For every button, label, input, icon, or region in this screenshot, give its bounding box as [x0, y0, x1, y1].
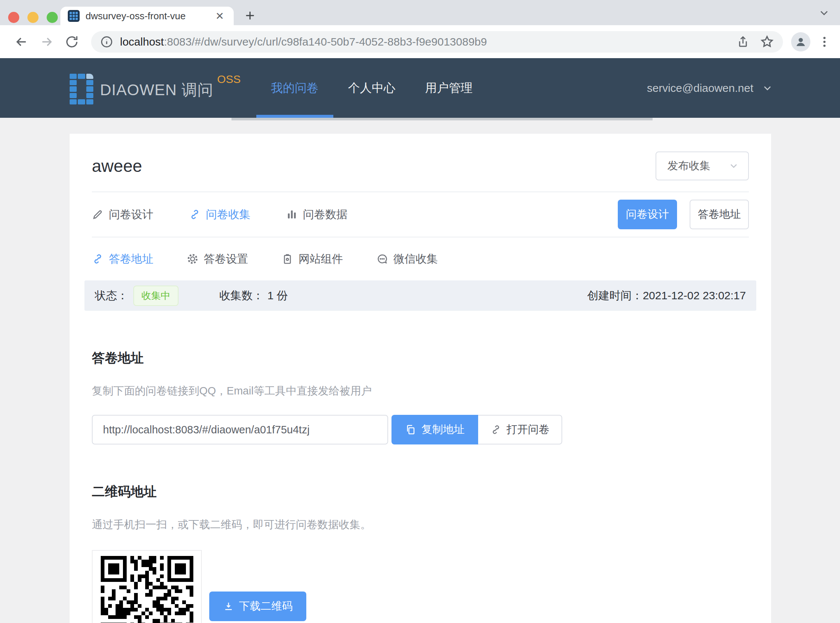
url-text[interactable]: localhost:8083/#/dw/survey/c/url/c98fa14… — [120, 35, 736, 48]
tab-title: dwsurvey-oss-front-vue — [86, 11, 213, 22]
subtab-wechat-collect[interactable]: 微信收集 — [376, 252, 438, 267]
minimize-window-button[interactable] — [28, 12, 38, 23]
copy-address-button[interactable]: 复制地址 — [391, 415, 478, 445]
reload-button[interactable] — [64, 34, 79, 49]
survey-title: aweee — [92, 156, 142, 176]
brand-name: DIAOWEN 调问 — [100, 80, 213, 100]
favicon — [68, 10, 80, 22]
link-icon — [92, 253, 104, 265]
chevron-down-icon — [728, 160, 739, 172]
tab-close-icon[interactable]: ✕ — [213, 9, 227, 24]
bar-chart-icon — [286, 209, 298, 220]
menu-shadow — [231, 118, 653, 120]
browser-profile-avatar[interactable] — [791, 32, 810, 52]
widget-icon — [282, 253, 293, 265]
main-menu: 我的问卷 个人中心 用户管理 — [256, 58, 487, 118]
qr-code-image — [92, 550, 202, 623]
nav-item-personal-center[interactable]: 个人中心 — [333, 58, 410, 118]
survey-tabs: 问卷设计 问卷收集 问卷数据 问卷设计 答卷地址 — [92, 192, 749, 237]
survey-card: aweee 发布收集 问卷设计 问卷收集 — [70, 134, 771, 623]
answer-address-desc: 复制下面的问卷链接到QQ，Email等工具中直接发给被用户 — [92, 384, 749, 399]
answer-address-heading: 答卷地址 — [92, 349, 749, 367]
tab-survey-data[interactable]: 问卷数据 — [286, 207, 347, 222]
new-tab-button[interactable] — [243, 9, 257, 22]
survey-design-button[interactable]: 问卷设计 — [618, 199, 677, 229]
maximize-window-button[interactable] — [47, 12, 58, 23]
link-icon — [491, 424, 501, 435]
user-email: service@diaowen.net — [647, 82, 753, 94]
count-value: 1 份 — [267, 289, 288, 301]
count-label: 收集数： — [219, 289, 264, 301]
browser-tab[interactable]: dwsurvey-oss-front-vue ✕ — [60, 7, 234, 25]
browser-menu-icon[interactable] — [818, 35, 831, 49]
status-bar: 状态： 收集中 收集数：1 份 创建时间：2021-12-02 23:02:17 — [84, 280, 756, 311]
forward-button[interactable] — [39, 34, 54, 49]
url-bar[interactable]: localhost:8083/#/dw/survey/c/url/c98fa14… — [91, 31, 783, 52]
user-account-menu[interactable]: service@diaowen.net — [647, 82, 773, 94]
nav-item-my-surveys[interactable]: 我的问卷 — [256, 58, 333, 118]
nav-item-user-management[interactable]: 用户管理 — [410, 58, 487, 118]
link-icon — [189, 209, 201, 220]
subtab-answer-address[interactable]: 答卷地址 — [92, 252, 153, 267]
pen-icon — [92, 209, 104, 220]
chevron-down-icon — [762, 82, 773, 94]
page-background: aweee 发布收集 问卷设计 问卷收集 — [0, 118, 840, 623]
browser-toolbar: localhost:8083/#/dw/survey/c/url/c98fa14… — [0, 25, 840, 58]
subtab-site-widget[interactable]: 网站组件 — [282, 252, 343, 267]
app-header: DIAOWEN 调问 OSS 我的问卷 个人中心 用户管理 service@di… — [0, 58, 840, 118]
tab-survey-collect[interactable]: 问卷收集 — [189, 207, 250, 222]
bookmark-star-icon[interactable] — [760, 35, 774, 49]
tab-survey-design[interactable]: 问卷设计 — [92, 207, 153, 222]
copy-icon — [405, 424, 416, 435]
survey-link-input[interactable] — [92, 415, 388, 445]
collect-subtabs: 答卷地址 答卷设置 网站组件 微信收集 — [92, 238, 749, 280]
qr-address-heading: 二维码地址 — [92, 483, 749, 500]
back-button[interactable] — [14, 34, 29, 49]
share-icon[interactable] — [736, 35, 750, 49]
site-info-icon[interactable] — [100, 35, 113, 49]
publish-select-value: 发布收集 — [667, 158, 728, 173]
answer-address-button[interactable]: 答卷地址 — [690, 199, 749, 229]
brand-badge: OSS — [217, 73, 241, 86]
status-badge: 收集中 — [133, 285, 178, 306]
close-window-button[interactable] — [8, 12, 19, 23]
wechat-icon — [376, 253, 388, 265]
url-host: localhost — [120, 35, 164, 48]
download-icon — [223, 601, 234, 612]
tab-search-chevron-icon[interactable] — [818, 7, 830, 19]
diaowen-logo-icon — [70, 74, 94, 105]
subtab-answer-settings[interactable]: 答卷设置 — [187, 252, 248, 267]
window-controls — [8, 12, 58, 23]
created-value: 2021-12-02 23:02:17 — [642, 289, 746, 301]
publish-select[interactable]: 发布收集 — [656, 152, 749, 180]
open-survey-button[interactable]: 打开问卷 — [478, 415, 562, 445]
app-logo[interactable]: DIAOWEN 调问 OSS — [70, 72, 241, 105]
browser-tab-strip: dwsurvey-oss-front-vue ✕ — [0, 0, 840, 25]
created-label: 创建时间： — [587, 289, 642, 301]
url-path: :8083/#/dw/survey/c/url/c98fa140-50b7-40… — [164, 35, 487, 48]
gear-icon — [187, 253, 199, 265]
qr-address-desc: 通过手机扫一扫，或下载二维码，即可进行问卷数据收集。 — [92, 517, 749, 532]
status-label: 状态： — [95, 288, 128, 303]
download-qr-button[interactable]: 下载二维码 — [209, 592, 306, 621]
